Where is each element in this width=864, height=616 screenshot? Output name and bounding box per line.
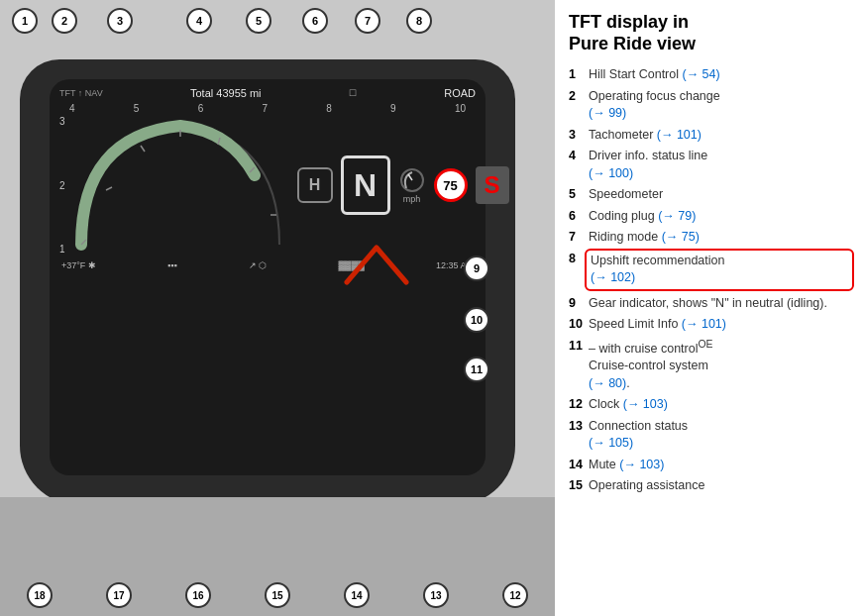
tft-nav-label: TFT ↑ NAV bbox=[59, 88, 103, 98]
list-item: 14 Mute (→ 103) bbox=[569, 457, 850, 474]
list-item: 13 Connection status(→ 105) bbox=[569, 418, 850, 453]
gear-indicator: N bbox=[341, 155, 390, 215]
list-item-highlight: 8 Upshift recommendation (→ 102) bbox=[569, 251, 850, 289]
list-item: 1 Hill Start Control (→ 54) bbox=[569, 66, 850, 84]
road-mode-label: ☐ bbox=[349, 88, 357, 98]
h-badge: H bbox=[297, 167, 333, 203]
circle-label-2: 2 bbox=[52, 8, 77, 34]
left-panel: 1 2 3 4 5 6 7 8 TFT ↑ NAV Total 43955 mi… bbox=[0, 0, 555, 616]
list-item: 3 Tachometer (→ 101) bbox=[569, 127, 850, 145]
circle-label-15: 15 bbox=[265, 582, 290, 608]
list-item: 15 Operating assistance bbox=[569, 477, 850, 495]
circle-label-4: 4 bbox=[186, 8, 212, 34]
circle-label-3: 3 bbox=[107, 8, 133, 34]
speedometer-mini: mph bbox=[398, 166, 426, 204]
list-item: 5 Speedometer bbox=[569, 186, 850, 204]
motorcycle-bottom: 18 17 16 15 14 13 12 bbox=[0, 497, 555, 616]
total-mileage: Total 43955 mi bbox=[190, 87, 262, 99]
list-item: 12 Clock (→ 103) bbox=[569, 396, 850, 414]
list-item: 10 Speed Limit Info (→ 101) bbox=[569, 316, 850, 334]
instrument-cluster: H N mph 75 S bbox=[297, 155, 509, 215]
circle-label-5: 5 bbox=[246, 8, 271, 34]
list-item: 6 Coding plug (→ 79) bbox=[569, 208, 850, 226]
list-item: 11 – with cruise controlOECruise-control… bbox=[569, 338, 850, 393]
title-line1: TFT display in bbox=[569, 12, 689, 32]
items-list: 1 Hill Start Control (→ 54) 2 Operating … bbox=[569, 66, 850, 495]
circle-label-12: 12 bbox=[502, 582, 528, 608]
list-item: 2 Operating focus change (→ 99) bbox=[569, 88, 850, 123]
temp-display: +37°F ✱ bbox=[61, 260, 96, 270]
circle-label-1: 1 bbox=[12, 8, 38, 34]
battery-indicator: ▪▪▪ bbox=[167, 260, 177, 270]
circle-label-10: 10 bbox=[464, 307, 489, 333]
list-item: 4 Driver info. status line(→ 100) bbox=[569, 148, 850, 182]
svg-line-8 bbox=[408, 174, 412, 180]
right-panel: TFT display in Pure Ride view 1 Hill Sta… bbox=[555, 0, 864, 616]
circle-label-13: 13 bbox=[423, 582, 449, 608]
title-line2: Pure Ride view bbox=[569, 34, 696, 53]
ride-mode-badge: S bbox=[476, 166, 509, 204]
top-bar: TFT ↑ NAV Total 43955 mi ☐ ROAD bbox=[59, 87, 476, 99]
road-mode: ROAD bbox=[444, 87, 476, 99]
circle-label-6: 6 bbox=[302, 8, 328, 34]
tacho-y-axis: 123 bbox=[59, 116, 67, 255]
speed-limit-badge: 75 bbox=[434, 168, 468, 202]
circle-label-16: 16 bbox=[185, 582, 211, 608]
circle-label-18: 18 bbox=[27, 582, 53, 608]
circle-label-14: 14 bbox=[344, 582, 370, 608]
list-item: 9 Gear indicator, shows "N" in neutral (… bbox=[569, 295, 850, 313]
circle-label-11: 11 bbox=[464, 357, 489, 382]
list-item: 7 Riding mode (→ 75) bbox=[569, 229, 850, 247]
circle-label-8: 8 bbox=[406, 8, 432, 34]
dashboard-screen: TFT ↑ NAV Total 43955 mi ☐ ROAD 45678910… bbox=[50, 79, 486, 475]
circle-label-7: 7 bbox=[355, 8, 380, 34]
circle-label-17: 17 bbox=[106, 582, 132, 608]
nav-indicator: ↗ ⬡ bbox=[249, 260, 268, 270]
tachometer-arc bbox=[71, 116, 289, 255]
panel-title: TFT display in Pure Ride view bbox=[569, 12, 850, 54]
tacho-number-row: 45678910 bbox=[59, 103, 476, 114]
upshift-arrow-svg bbox=[337, 238, 416, 287]
svg-line-1 bbox=[106, 187, 112, 190]
dashboard-bezel: TFT ↑ NAV Total 43955 mi ☐ ROAD 45678910… bbox=[20, 59, 515, 505]
circle-label-9: 9 bbox=[464, 256, 489, 281]
svg-line-2 bbox=[141, 146, 145, 152]
